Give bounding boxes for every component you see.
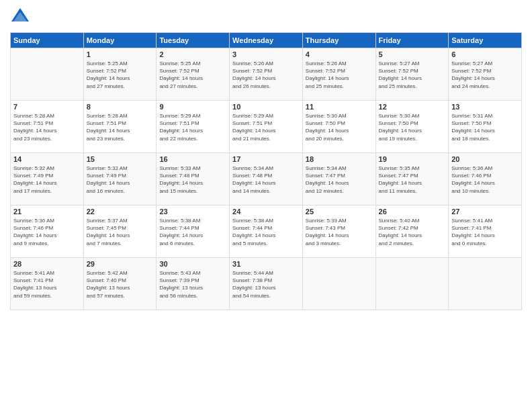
cell-content: Sunrise: 5:29 AM Sunset: 7:51 PM Dayligh… — [232, 112, 300, 142]
cell-content: Sunrise: 5:29 AM Sunset: 7:51 PM Dayligh… — [159, 112, 226, 142]
calendar-cell: 1Sunrise: 5:25 AM Sunset: 7:52 PM Daylig… — [83, 48, 157, 101]
day-number: 12 — [379, 103, 446, 111]
calendar-cell: 20Sunrise: 5:36 AM Sunset: 7:46 PM Dayli… — [449, 153, 522, 205]
header — [10, 7, 522, 27]
cell-content: Sunrise: 5:26 AM Sunset: 7:52 PM Dayligh… — [306, 60, 373, 90]
day-number: 3 — [232, 50, 300, 58]
cell-content: Sunrise: 5:34 AM Sunset: 7:48 PM Dayligh… — [232, 165, 300, 195]
calendar-cell: 7Sunrise: 5:28 AM Sunset: 7:51 PM Daylig… — [11, 101, 84, 153]
week-row-3: 14Sunrise: 5:32 AM Sunset: 7:49 PM Dayli… — [11, 153, 522, 205]
calendar-cell: 13Sunrise: 5:31 AM Sunset: 7:50 PM Dayli… — [449, 101, 522, 153]
day-number: 13 — [451, 103, 519, 111]
cell-content: Sunrise: 5:42 AM Sunset: 7:40 PM Dayligh… — [87, 269, 154, 300]
cell-content: Sunrise: 5:27 AM Sunset: 7:52 PM Dayligh… — [451, 60, 519, 90]
cell-content: Sunrise: 5:28 AM Sunset: 7:51 PM Dayligh… — [13, 112, 81, 142]
calendar-cell: 25Sunrise: 5:39 AM Sunset: 7:43 PM Dayli… — [302, 205, 375, 258]
day-number: 17 — [232, 155, 300, 163]
day-number: 28 — [13, 260, 81, 268]
day-number: 19 — [379, 155, 446, 163]
day-number: 6 — [451, 50, 519, 58]
day-number: 2 — [159, 50, 226, 58]
calendar-cell: 3Sunrise: 5:26 AM Sunset: 7:52 PM Daylig… — [230, 48, 303, 101]
calendar-cell: 16Sunrise: 5:33 AM Sunset: 7:48 PM Dayli… — [157, 153, 230, 205]
calendar-cell: 6Sunrise: 5:27 AM Sunset: 7:52 PM Daylig… — [449, 48, 522, 101]
day-number: 26 — [379, 208, 446, 216]
calendar-cell: 28Sunrise: 5:41 AM Sunset: 7:41 PM Dayli… — [11, 258, 84, 310]
calendar-cell: 22Sunrise: 5:37 AM Sunset: 7:45 PM Dayli… — [83, 205, 157, 258]
day-number: 29 — [87, 260, 154, 268]
weekday-header-thursday: Thursday — [302, 33, 375, 48]
day-number: 23 — [159, 208, 226, 216]
calendar-cell: 18Sunrise: 5:34 AM Sunset: 7:47 PM Dayli… — [302, 153, 375, 205]
day-number: 7 — [13, 103, 81, 111]
calendar-cell — [449, 258, 522, 310]
cell-content: Sunrise: 5:38 AM Sunset: 7:44 PM Dayligh… — [232, 217, 300, 247]
week-row-5: 28Sunrise: 5:41 AM Sunset: 7:41 PM Dayli… — [11, 258, 522, 310]
day-number: 9 — [159, 103, 226, 111]
weekday-header-friday: Friday — [375, 33, 449, 48]
cell-content: Sunrise: 5:38 AM Sunset: 7:44 PM Dayligh… — [159, 217, 226, 247]
cell-content: Sunrise: 5:41 AM Sunset: 7:41 PM Dayligh… — [451, 217, 519, 247]
cell-content: Sunrise: 5:40 AM Sunset: 7:42 PM Dayligh… — [379, 217, 446, 247]
calendar-cell: 15Sunrise: 5:32 AM Sunset: 7:49 PM Dayli… — [83, 153, 157, 205]
day-number: 1 — [87, 50, 154, 58]
cell-content: Sunrise: 5:34 AM Sunset: 7:47 PM Dayligh… — [306, 165, 373, 195]
calendar-cell: 2Sunrise: 5:25 AM Sunset: 7:52 PM Daylig… — [157, 48, 230, 101]
day-number: 11 — [306, 103, 373, 111]
cell-content: Sunrise: 5:25 AM Sunset: 7:52 PM Dayligh… — [87, 60, 154, 90]
calendar-cell: 31Sunrise: 5:44 AM Sunset: 7:38 PM Dayli… — [230, 258, 303, 310]
weekday-header-tuesday: Tuesday — [157, 33, 230, 48]
cell-content: Sunrise: 5:41 AM Sunset: 7:41 PM Dayligh… — [13, 269, 81, 300]
cell-content: Sunrise: 5:33 AM Sunset: 7:48 PM Dayligh… — [159, 165, 226, 195]
day-number: 15 — [87, 155, 154, 163]
day-number: 22 — [87, 208, 154, 216]
calendar-cell: 5Sunrise: 5:27 AM Sunset: 7:52 PM Daylig… — [375, 48, 449, 101]
calendar-cell: 10Sunrise: 5:29 AM Sunset: 7:51 PM Dayli… — [230, 101, 303, 153]
day-number: 31 — [232, 260, 300, 268]
calendar-cell: 29Sunrise: 5:42 AM Sunset: 7:40 PM Dayli… — [83, 258, 157, 310]
calendar-cell — [302, 258, 375, 310]
calendar-cell: 11Sunrise: 5:30 AM Sunset: 7:50 PM Dayli… — [302, 101, 375, 153]
cell-content: Sunrise: 5:28 AM Sunset: 7:51 PM Dayligh… — [87, 112, 154, 142]
logo-icon — [10, 7, 30, 27]
week-row-2: 7Sunrise: 5:28 AM Sunset: 7:51 PM Daylig… — [11, 101, 522, 153]
cell-content: Sunrise: 5:26 AM Sunset: 7:52 PM Dayligh… — [232, 60, 300, 90]
day-number: 25 — [306, 208, 373, 216]
cell-content: Sunrise: 5:39 AM Sunset: 7:43 PM Dayligh… — [306, 217, 373, 247]
cell-content: Sunrise: 5:31 AM Sunset: 7:50 PM Dayligh… — [451, 112, 519, 142]
day-number: 21 — [13, 208, 81, 216]
logo — [10, 7, 33, 27]
weekday-header-sunday: Sunday — [11, 33, 84, 48]
day-number: 5 — [379, 50, 446, 58]
cell-content: Sunrise: 5:32 AM Sunset: 7:49 PM Dayligh… — [13, 165, 81, 195]
day-number: 4 — [306, 50, 373, 58]
header-row: SundayMondayTuesdayWednesdayThursdayFrid… — [11, 33, 522, 48]
day-number: 14 — [13, 155, 81, 163]
calendar-cell: 30Sunrise: 5:43 AM Sunset: 7:39 PM Dayli… — [157, 258, 230, 310]
day-number: 27 — [451, 208, 519, 216]
cell-content: Sunrise: 5:36 AM Sunset: 7:46 PM Dayligh… — [13, 217, 81, 247]
calendar-cell: 23Sunrise: 5:38 AM Sunset: 7:44 PM Dayli… — [157, 205, 230, 258]
weekday-header-monday: Monday — [83, 33, 157, 48]
calendar-cell: 19Sunrise: 5:35 AM Sunset: 7:47 PM Dayli… — [375, 153, 449, 205]
day-number: 10 — [232, 103, 300, 111]
cell-content: Sunrise: 5:30 AM Sunset: 7:50 PM Dayligh… — [306, 112, 373, 142]
day-number: 24 — [232, 208, 300, 216]
calendar-cell: 8Sunrise: 5:28 AM Sunset: 7:51 PM Daylig… — [83, 101, 157, 153]
calendar-cell: 12Sunrise: 5:30 AM Sunset: 7:50 PM Dayli… — [375, 101, 449, 153]
calendar-cell: 17Sunrise: 5:34 AM Sunset: 7:48 PM Dayli… — [230, 153, 303, 205]
calendar-cell: 26Sunrise: 5:40 AM Sunset: 7:42 PM Dayli… — [375, 205, 449, 258]
weekday-header-saturday: Saturday — [449, 33, 522, 48]
day-number: 30 — [159, 260, 226, 268]
weekday-header-wednesday: Wednesday — [230, 33, 303, 48]
day-number: 20 — [451, 155, 519, 163]
cell-content: Sunrise: 5:32 AM Sunset: 7:49 PM Dayligh… — [87, 165, 154, 195]
calendar-cell: 9Sunrise: 5:29 AM Sunset: 7:51 PM Daylig… — [157, 101, 230, 153]
week-row-4: 21Sunrise: 5:36 AM Sunset: 7:46 PM Dayli… — [11, 205, 522, 258]
week-row-1: 1Sunrise: 5:25 AM Sunset: 7:52 PM Daylig… — [11, 48, 522, 101]
cell-content: Sunrise: 5:44 AM Sunset: 7:38 PM Dayligh… — [232, 269, 300, 300]
day-number: 18 — [306, 155, 373, 163]
cell-content: Sunrise: 5:37 AM Sunset: 7:45 PM Dayligh… — [87, 217, 154, 247]
cell-content: Sunrise: 5:30 AM Sunset: 7:50 PM Dayligh… — [379, 112, 446, 142]
calendar-cell: 21Sunrise: 5:36 AM Sunset: 7:46 PM Dayli… — [11, 205, 84, 258]
